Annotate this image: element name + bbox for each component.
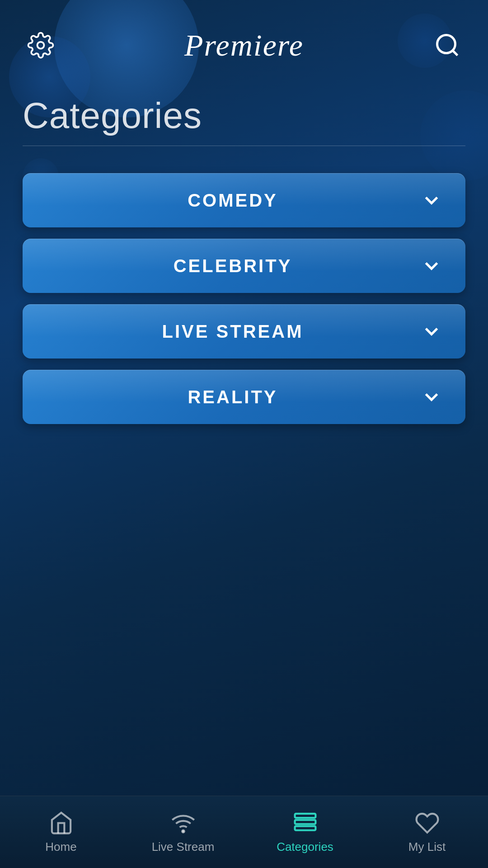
page-title: Categories xyxy=(23,95,465,137)
nav-item-categories[interactable]: Categories xyxy=(244,796,366,868)
chevron-down-icon xyxy=(420,320,443,343)
nav-item-live-stream[interactable]: Live Stream xyxy=(122,796,244,868)
live-stream-icon xyxy=(171,811,196,835)
chevron-down-icon xyxy=(420,189,443,212)
nav-label-my-list: My List xyxy=(408,840,446,854)
home-icon xyxy=(49,811,74,835)
header: Premiere xyxy=(0,0,488,77)
settings-button[interactable] xyxy=(23,27,59,63)
category-btn-celebrity[interactable]: CELEBRITY xyxy=(23,239,465,293)
category-btn-reality[interactable]: REALITY xyxy=(23,370,465,424)
svg-rect-4 xyxy=(295,813,315,817)
search-button[interactable] xyxy=(429,27,465,63)
svg-line-2 xyxy=(453,51,458,56)
category-label-celebrity: CELEBRITY xyxy=(45,256,420,276)
nav-label-home: Home xyxy=(45,840,76,854)
page-title-section: Categories xyxy=(0,77,488,155)
svg-point-3 xyxy=(182,830,184,832)
nav-label-live-stream: Live Stream xyxy=(152,840,215,854)
category-label-reality: REALITY xyxy=(45,387,420,407)
svg-rect-5 xyxy=(295,820,315,824)
my-list-icon xyxy=(415,811,440,835)
categories-list: COMEDYCELEBRITYLIVE STREAMREALITY xyxy=(0,155,488,442)
svg-point-0 xyxy=(38,42,44,49)
category-btn-live-stream[interactable]: LIVE STREAM xyxy=(23,304,465,359)
nav-item-my-list[interactable]: My List xyxy=(366,796,488,868)
category-label-live-stream: LIVE STREAM xyxy=(45,321,420,342)
nav-item-home[interactable]: Home xyxy=(0,796,122,868)
chevron-down-icon xyxy=(420,386,443,408)
categories-icon xyxy=(293,811,318,835)
title-divider xyxy=(23,146,465,146)
search-icon xyxy=(434,32,461,59)
gear-icon xyxy=(27,32,54,59)
app-title: Premiere xyxy=(184,28,304,63)
svg-point-1 xyxy=(437,35,455,53)
chevron-down-icon xyxy=(420,255,443,277)
svg-rect-6 xyxy=(295,826,315,830)
category-btn-comedy[interactable]: COMEDY xyxy=(23,173,465,227)
category-label-comedy: COMEDY xyxy=(45,190,420,211)
nav-label-categories: Categories xyxy=(277,840,333,854)
bottom-nav: Home Live Stream Categories My List xyxy=(0,796,488,868)
